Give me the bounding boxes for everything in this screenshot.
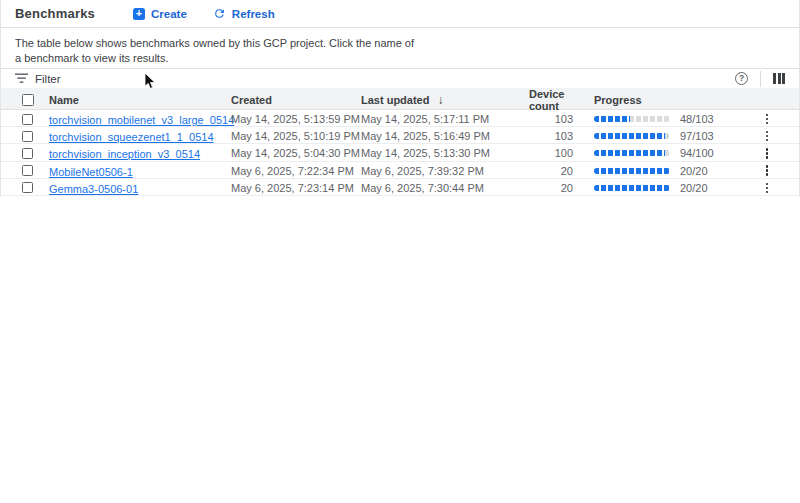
help-circle-icon[interactable]: ? (735, 72, 748, 85)
column-header-last-updated[interactable]: Last updated ↓ (361, 93, 529, 107)
kebab-menu-icon[interactable] (764, 181, 770, 195)
benchmark-name-link[interactable]: torchvision_squeezenet1_1_0514 (49, 131, 214, 143)
row-checkbox[interactable] (22, 148, 33, 159)
progress-bar-fill (594, 185, 670, 191)
toolbar-divider (760, 71, 761, 87)
last-updated-cell: May 14, 2025, 5:17:11 PM (361, 113, 529, 125)
progress-cell: 97/103 (586, 130, 741, 142)
created-cell: May 14, 2025, 5:10:19 PM (231, 130, 361, 142)
refresh-icon (213, 7, 226, 20)
benchmark-name-link[interactable]: Gemma3-0506-01 (49, 183, 138, 195)
progress-bar (594, 185, 670, 191)
created-cell: May 14, 2025, 5:13:59 PM (231, 113, 361, 125)
sort-desc-arrow-icon: ↓ (437, 93, 443, 107)
description-line-2: a benchmark to view its results. (15, 51, 785, 66)
progress-cell: 94/100 (586, 147, 741, 159)
column-display-icon[interactable] (773, 73, 785, 84)
row-checkbox[interactable] (22, 182, 33, 193)
row-actions-cell (741, 163, 799, 177)
table-row: torchvision_inception_v3_0514 May 14, 20… (1, 144, 799, 161)
benchmark-name-cell: torchvision_squeezenet1_1_0514 (45, 127, 231, 145)
filter-label: Filter (35, 73, 61, 85)
table-row: MobileNet0506-1 May 6, 2025, 7:22:34 PM … (1, 162, 799, 179)
progress-label: 48/103 (680, 113, 714, 125)
progress-label: 20/20 (680, 165, 708, 177)
row-actions-cell (741, 129, 799, 143)
column-header-last-updated-label: Last updated (361, 94, 429, 106)
row-checkbox-cell (1, 148, 45, 159)
refresh-button[interactable]: Refresh (213, 7, 275, 20)
column-header-created[interactable]: Created (231, 94, 361, 106)
device-count-cell: 103 (529, 130, 586, 142)
page-description: The table below shows benchmarks owned b… (1, 28, 799, 68)
last-updated-cell: May 14, 2025, 5:13:30 PM (361, 147, 529, 159)
row-checkbox-cell (1, 182, 45, 193)
benchmark-name-link[interactable]: torchvision_mobilenet_v3_large_0514 (49, 114, 234, 126)
page-title: Benchmarks (15, 6, 95, 21)
table-row: Gemma3-0506-01 May 6, 2025, 7:23:14 PM M… (1, 179, 799, 196)
created-cell: May 6, 2025, 7:22:34 PM (231, 165, 361, 177)
device-count-cell: 100 (529, 147, 586, 159)
table-header-row: Name Created Last updated ↓ Device count… (1, 88, 799, 110)
progress-bar-fill (594, 150, 665, 156)
progress-bar-fill (594, 133, 665, 139)
refresh-button-label: Refresh (232, 8, 275, 20)
progress-cell: 20/20 (586, 182, 741, 194)
benchmark-name-cell: torchvision_mobilenet_v3_large_0514 (45, 110, 231, 128)
progress-label: 94/100 (680, 147, 714, 159)
column-header-name[interactable]: Name (45, 94, 231, 106)
page-header: Benchmarks + Create Refresh (1, 0, 799, 28)
device-count-cell: 20 (529, 182, 586, 194)
header-checkbox-cell (1, 94, 45, 106)
select-all-checkbox[interactable] (22, 94, 34, 106)
table-toolbar: Filter ? (1, 68, 799, 88)
row-checkbox-cell (1, 131, 45, 142)
benchmark-name-cell: Gemma3-0506-01 (45, 179, 231, 197)
benchmark-name-cell: torchvision_inception_v3_0514 (45, 144, 231, 162)
progress-bar (594, 133, 670, 139)
progress-bar (594, 150, 670, 156)
benchmarks-panel: Benchmarks + Create Refresh The table be… (0, 0, 800, 197)
kebab-menu-icon[interactable] (764, 112, 770, 126)
created-cell: May 14, 2025, 5:04:30 PM (231, 147, 361, 159)
column-header-progress[interactable]: Progress (586, 94, 741, 106)
last-updated-cell: May 14, 2025, 5:16:49 PM (361, 130, 529, 142)
benchmark-name-cell: MobileNet0506-1 (45, 162, 231, 180)
created-cell: May 6, 2025, 7:23:14 PM (231, 182, 361, 194)
device-count-cell: 103 (529, 113, 586, 125)
create-button-label: Create (151, 8, 187, 20)
last-updated-cell: May 6, 2025, 7:39:32 PM (361, 165, 529, 177)
progress-label: 20/20 (680, 182, 708, 194)
row-checkbox-cell (1, 165, 45, 176)
progress-cell: 20/20 (586, 165, 741, 177)
kebab-menu-icon[interactable] (764, 146, 770, 160)
row-actions-cell (741, 146, 799, 160)
create-button[interactable]: + Create (133, 8, 187, 20)
toolbar-actions: ? (735, 71, 785, 87)
row-actions-cell (741, 181, 799, 195)
progress-bar (594, 116, 670, 122)
progress-cell: 48/103 (586, 113, 741, 125)
row-checkbox-cell (1, 114, 45, 125)
column-header-device-count[interactable]: Device count (529, 88, 586, 112)
progress-bar (594, 168, 670, 174)
row-checkbox[interactable] (22, 131, 33, 142)
row-checkbox[interactable] (22, 165, 33, 176)
table-row: torchvision_mobilenet_v3_large_0514 May … (1, 110, 799, 127)
kebab-menu-icon[interactable] (764, 163, 770, 177)
benchmark-name-link[interactable]: torchvision_inception_v3_0514 (49, 148, 200, 160)
filter-list-icon (15, 73, 28, 84)
progress-bar-fill (594, 116, 630, 122)
last-updated-cell: May 6, 2025, 7:30:44 PM (361, 182, 529, 194)
plus-box-icon: + (133, 8, 145, 20)
device-count-cell: 20 (529, 165, 586, 177)
progress-bar-fill (594, 168, 670, 174)
row-checkbox[interactable] (22, 114, 33, 125)
table-body: torchvision_mobilenet_v3_large_0514 May … (1, 110, 799, 196)
kebab-menu-icon[interactable] (764, 129, 770, 143)
benchmark-name-link[interactable]: MobileNet0506-1 (49, 166, 133, 178)
filter-button[interactable]: Filter (15, 73, 61, 85)
row-actions-cell (741, 112, 799, 126)
progress-label: 97/103 (680, 130, 714, 142)
table-row: torchvision_squeezenet1_1_0514 May 14, 2… (1, 127, 799, 144)
